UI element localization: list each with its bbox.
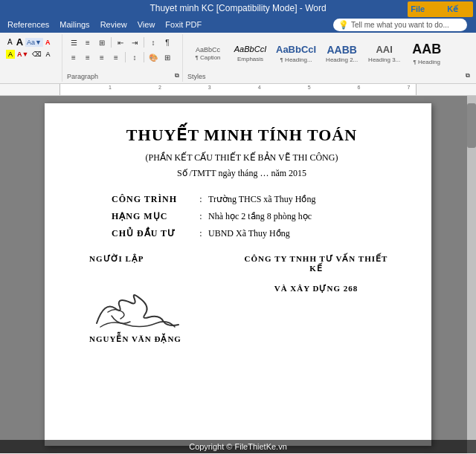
line-spacing[interactable]: ↕ [128,51,141,64]
menu-view[interactable]: View [133,19,160,30]
bullets-btn[interactable]: ☰ [67,36,80,49]
clear-format[interactable]: ⌫ [30,50,43,59]
borders[interactable]: ⊞ [161,51,174,64]
style-headingJI-preview: AAB [412,42,441,58]
company-name-1: CÔNG TY TNHH TƯ VẤN THIẾT KẾ [238,254,394,273]
align-right[interactable]: ≡ [95,51,109,64]
info-row-hang-muc: HẠNG MỤC : Nhà học 2 tầng 8 phòng học [112,211,394,222]
font-size-label: A [6,37,14,47]
paragraph-label: Paragraph [67,71,98,80]
menu-references[interactable]: References [3,19,54,30]
document-ref: Số /TMTT ngày tháng … năm 2015 [89,168,394,179]
style-heading3[interactable]: AAI Heading 3... [364,42,405,65]
style-headingJI[interactable]: AAB ¶ Heading [406,39,447,68]
sign-name: NGUYỄN VĂN ĐẶNG [89,334,238,344]
pilcrow-btn[interactable]: ¶ [161,36,174,49]
font-color-btn[interactable]: A [44,38,52,47]
paragraph-group: ☰ ≡ ⊞ ⇤ ⇥ ↕ ¶ ≡ ≡ ≡ ≡ ↕ 🎨 ⊞ [64,34,183,82]
sign-section: NGƯỜI LẬP NGUYỄN VĂN ĐẶNG CÔNG TY TNHH T… [89,254,394,344]
numbered-btn[interactable]: ≡ [81,36,94,49]
styles-section: AaBbCc ¶ Caption AaBbCcI Emphasis AaBbCc… [184,34,473,82]
menu-mailings[interactable]: Mailings [55,19,94,30]
window-title: Thuyet minh KC [Compatibility Mode] - Wo… [149,3,326,13]
copyright-bar: Copyright © FileThietKe.vn [0,440,476,453]
info-row-chu-dau-tu: CHỦ ĐẦU TƯ : UBND Xã Thuy Hồng [112,228,394,239]
decrease-indent[interactable]: ⇤ [114,36,127,49]
scrollbar-vertical[interactable] [467,96,476,453]
sort-btn[interactable]: ↕ [147,36,160,49]
justify[interactable]: ≡ [109,51,123,64]
page: THUYẾT MINH TÍNH TOÁN (PHẦN KẾT CẤU THIẾ… [45,103,431,446]
document-title: THUYẾT MINH TÍNH TOÁN [89,126,394,145]
sign-right: CÔNG TY TNHH TƯ VẤN THIẾT KẾ VÀ XÂY DỰNG… [238,254,394,344]
paragraph-dialog[interactable]: ⧉ [175,72,179,80]
style-heading2-preview: AABB [327,44,356,56]
style-caption-preview: AaBbCc [196,46,220,54]
style-caption[interactable]: AaBbCc ¶ Caption [187,44,228,64]
increase-indent[interactable]: ⇥ [128,36,141,49]
align-center[interactable]: ≡ [81,51,94,64]
info-value-0: Trường THCS xã Thuy Hồng [208,194,394,205]
ribbon: A A Aa▼ A A A▼ ⌫ A ☰ ≡ ⊞ ⇤ ⇥ [0,33,476,84]
font-group: A A Aa▼ A A A▼ ⌫ A [3,34,62,82]
shading[interactable]: 🎨 [147,51,160,64]
styles-dialog[interactable]: ⧉ [466,72,470,80]
font-aa: Aa▼ [25,38,43,47]
info-label-1: HẠNG MỤC [112,211,193,222]
ruler: 1 2 3 4 5 6 7 [0,84,476,96]
style-heading1[interactable]: AaBbCcI ¶ Heading... [272,42,320,65]
scrollbar-thumb[interactable] [467,103,476,148]
info-table: CÔNG TRÌNH : Trường THCS xã Thuy Hồng HẠ… [112,194,394,239]
ribbon-content: A A Aa▼ A A A▼ ⌫ A ☰ ≡ ⊞ ⇤ ⇥ [0,33,476,83]
text-effects[interactable]: A [44,50,51,59]
style-emphasis[interactable]: AaBbCcI Emphasis [230,42,271,64]
font-size-large: A [15,36,25,48]
document-area: THUYẾT MINH TÍNH TOÁN (PHẦN KẾT CẤU THIẾ… [0,96,476,453]
title-bar: Thuyet minh KC [Compatibility Mode] - Wo… [0,0,476,16]
style-heading1-preview: AaBbCcI [276,44,316,56]
logo-badge: FileThiết Kế.vn [408,1,473,17]
multilevel-btn[interactable]: ⊞ [95,36,109,49]
menu-foxit[interactable]: Foxit PDF [161,19,206,30]
style-heading2[interactable]: AABB Heading 2... [321,42,362,66]
menu-review[interactable]: Review [96,19,132,30]
sign-left-title: NGƯỜI LẬP [89,254,238,264]
font-group-label [6,79,59,80]
document-subtitle: (PHẦN KẾT CẤU THIẾT KẾ BẢN VẼ THI CÔNG) [89,152,394,163]
menu-bar: References Mailings Review View Foxit PD… [0,16,476,33]
align-left[interactable]: ≡ [67,51,80,64]
signature-image [89,286,178,331]
sign-left: NGƯỜI LẬP NGUYỄN VĂN ĐẶNG [89,254,238,344]
font-color2[interactable]: A▼ [16,50,30,59]
style-heading3-preview: AAI [376,44,392,56]
company-name-2: VÀ XÂY DỰNG 268 [238,284,394,294]
info-label-0: CÔNG TRÌNH [112,194,193,205]
tell-me-bar[interactable]: 💡 Tell me what you want to do... [333,19,467,31]
ruler-inner: 1 2 3 4 5 6 7 [60,84,416,95]
style-emphasis-preview: AaBbCcI [234,45,266,54]
styles-label: Styles [187,71,206,80]
info-row-cong-trinh: CÔNG TRÌNH : Trường THCS xã Thuy Hồng [112,194,394,205]
info-value-2: UBND Xã Thuy Hồng [208,228,394,239]
info-value-1: Nhà học 2 tầng 8 phòng học [208,211,394,222]
highlight-btn[interactable]: A [6,50,15,59]
info-label-2: CHỦ ĐẦU TƯ [112,228,193,239]
